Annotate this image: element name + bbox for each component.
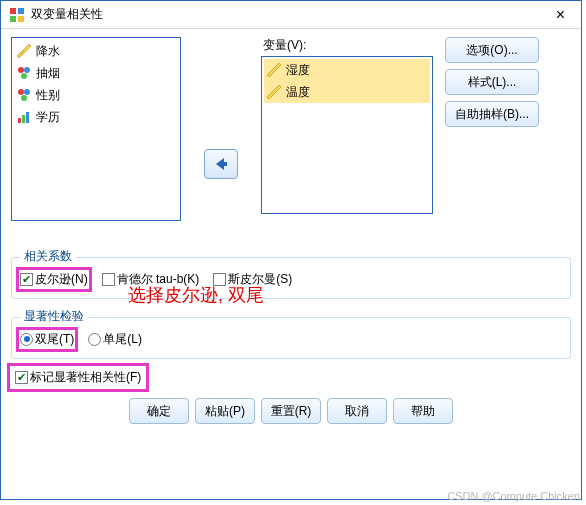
corr-coef-group: 相关系数 皮尔逊(N) 肯德尔 tau-b(K) 斯皮尔曼(S) — [11, 257, 571, 299]
list-item[interactable]: 温度 — [264, 81, 430, 103]
watermark: CSDN @Compute Chicken — [447, 490, 580, 502]
ruler-icon — [266, 84, 282, 100]
radio-icon — [88, 333, 101, 346]
svg-rect-2 — [10, 16, 16, 22]
options-button[interactable]: 选项(O)... — [445, 37, 539, 63]
list-item[interactable]: 学历 — [14, 106, 178, 128]
list-item-label: 学历 — [36, 109, 60, 126]
paste-button[interactable]: 粘贴(P) — [195, 398, 255, 424]
svg-marker-18 — [267, 63, 281, 77]
list-item[interactable]: 性别 — [14, 84, 178, 106]
svg-point-9 — [21, 73, 27, 79]
window-title: 双变量相关性 — [31, 6, 548, 23]
svg-rect-3 — [18, 16, 24, 22]
checkbox-icon — [20, 273, 33, 286]
available-vars-list[interactable]: 降水 抽烟 性别 学历 — [11, 37, 181, 221]
annotation-text: 选择皮尔逊, 双尾 — [128, 283, 264, 307]
svg-marker-19 — [267, 85, 281, 99]
svg-marker-16 — [216, 158, 224, 170]
list-item-label: 降水 — [36, 43, 60, 60]
svg-rect-15 — [26, 112, 29, 123]
nominal-icon — [16, 65, 32, 81]
list-item-label: 性别 — [36, 87, 60, 104]
svg-rect-13 — [18, 118, 21, 123]
group-legend: 相关系数 — [20, 248, 76, 265]
svg-rect-0 — [10, 8, 16, 14]
list-item[interactable]: 抽烟 — [14, 62, 178, 84]
app-icon — [9, 7, 25, 23]
variables-label: 变量(V): — [263, 37, 433, 54]
style-button[interactable]: 样式(L)... — [445, 69, 539, 95]
cancel-button[interactable]: 取消 — [327, 398, 387, 424]
list-item[interactable]: 降水 — [14, 40, 178, 62]
svg-rect-17 — [223, 162, 227, 166]
ok-button[interactable]: 确定 — [129, 398, 189, 424]
ruler-icon — [266, 62, 282, 78]
ordinal-icon — [16, 109, 32, 125]
two-tailed-radio[interactable]: 双尾(T) — [20, 331, 74, 348]
checkbox-icon — [15, 371, 28, 384]
svg-point-8 — [24, 67, 30, 73]
titlebar: 双变量相关性 × — [1, 1, 581, 29]
close-button[interactable]: × — [548, 6, 573, 24]
one-tailed-radio[interactable]: 单尾(L) — [88, 331, 142, 348]
dialog-window: 双变量相关性 × 降水 抽烟 — [0, 0, 582, 500]
reset-button[interactable]: 重置(R) — [261, 398, 321, 424]
list-item[interactable]: 湿度 — [264, 59, 430, 81]
help-button[interactable]: 帮助 — [393, 398, 453, 424]
svg-rect-14 — [22, 115, 25, 123]
list-item-label: 湿度 — [286, 62, 310, 79]
sig-test-group: 显著性检验 双尾(T) 单尾(L) — [11, 317, 571, 359]
bootstrap-button[interactable]: 自助抽样(B)... — [445, 101, 539, 127]
list-item-label: 温度 — [286, 84, 310, 101]
button-bar: 确定 粘贴(P) 重置(R) 取消 帮助 — [11, 398, 571, 424]
nominal-icon — [16, 87, 32, 103]
selected-vars-list[interactable]: 湿度 温度 — [261, 56, 433, 214]
arrow-left-icon — [212, 156, 230, 172]
radio-icon — [20, 333, 33, 346]
ruler-icon — [16, 43, 32, 59]
svg-point-11 — [24, 89, 30, 95]
move-left-button[interactable] — [204, 149, 238, 179]
svg-rect-1 — [18, 8, 24, 14]
svg-point-7 — [18, 67, 24, 73]
svg-point-10 — [18, 89, 24, 95]
flag-significant-checkbox[interactable]: 标记显著性相关性(F) — [11, 367, 145, 388]
group-legend: 显著性检验 — [20, 308, 88, 325]
checkbox-icon — [102, 273, 115, 286]
list-item-label: 抽烟 — [36, 65, 60, 82]
pearson-checkbox[interactable]: 皮尔逊(N) — [20, 271, 88, 288]
svg-point-12 — [21, 95, 27, 101]
